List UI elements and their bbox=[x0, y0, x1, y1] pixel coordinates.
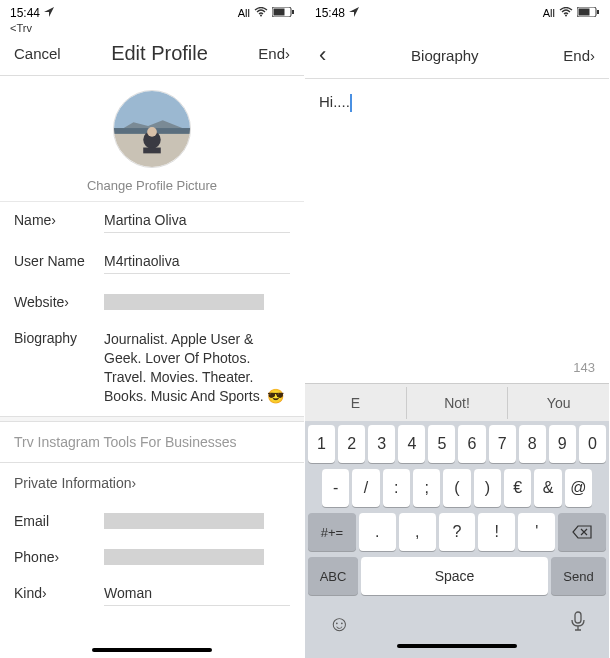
keyboard: 1 2 3 4 5 6 7 8 9 0 - / : ; ( ) € & @ #+… bbox=[305, 421, 609, 644]
emoji-icon[interactable]: ☺ bbox=[328, 611, 350, 637]
key-abc[interactable]: ABC bbox=[308, 557, 358, 595]
biography-value[interactable]: Journalist. Apple User & Geek. Lover Of … bbox=[104, 330, 290, 406]
business-tools-link[interactable]: Trv Instagram Tools For Businesses bbox=[0, 422, 304, 463]
keyboard-row-3: #+= . , ? ! ' bbox=[308, 513, 606, 551]
key-9[interactable]: 9 bbox=[549, 425, 576, 463]
svg-point-8 bbox=[147, 127, 157, 137]
key-exclaim[interactable]: ! bbox=[478, 513, 515, 551]
keyboard-suggestions: E Not! You bbox=[305, 383, 609, 421]
key-1[interactable]: 1 bbox=[308, 425, 335, 463]
email-label: Email bbox=[14, 513, 104, 529]
biography-editor-screen: 15:48 All ‹ Biography End› Hi.... 143 E … bbox=[305, 0, 610, 658]
svg-rect-13 bbox=[597, 10, 599, 14]
key-backspace[interactable] bbox=[558, 513, 606, 551]
svg-rect-2 bbox=[274, 8, 285, 15]
key-amp[interactable]: & bbox=[534, 469, 561, 507]
svg-rect-9 bbox=[143, 148, 161, 154]
keyboard-row-2: - / : ; ( ) € & @ bbox=[308, 469, 606, 507]
avatar[interactable] bbox=[113, 90, 191, 168]
key-semicolon[interactable]: ; bbox=[413, 469, 440, 507]
website-value[interactable] bbox=[104, 294, 264, 310]
battery-icon bbox=[577, 7, 599, 19]
biography-label: Biography bbox=[14, 330, 104, 346]
kind-value[interactable]: Woman bbox=[104, 585, 290, 606]
key-6[interactable]: 6 bbox=[458, 425, 485, 463]
key-dash[interactable]: - bbox=[322, 469, 349, 507]
battery-icon bbox=[272, 7, 294, 19]
status-bar: 15:48 All bbox=[305, 0, 609, 22]
keyboard-bottom-bar: ☺ bbox=[308, 601, 606, 641]
key-rparen[interactable]: ) bbox=[474, 469, 501, 507]
key-5[interactable]: 5 bbox=[428, 425, 455, 463]
name-label: Name› bbox=[14, 212, 104, 228]
location-icon bbox=[349, 6, 359, 20]
key-apostrophe[interactable]: ' bbox=[518, 513, 555, 551]
username-value[interactable]: M4rtinaoliva bbox=[104, 253, 290, 274]
key-send[interactable]: Send bbox=[551, 557, 606, 595]
key-symbols[interactable]: #+= bbox=[308, 513, 356, 551]
home-indicator-wrap bbox=[0, 640, 304, 658]
mic-icon[interactable] bbox=[570, 611, 586, 637]
status-all: All bbox=[238, 7, 250, 19]
wifi-icon bbox=[559, 7, 573, 19]
text-cursor bbox=[350, 94, 352, 112]
done-button[interactable]: End› bbox=[563, 47, 595, 64]
email-row[interactable]: Email bbox=[0, 503, 304, 539]
kind-label: Kind› bbox=[14, 585, 104, 601]
username-row[interactable]: User Name M4rtinaoliva bbox=[0, 243, 304, 284]
home-indicator[interactable] bbox=[397, 644, 517, 648]
key-period[interactable]: . bbox=[359, 513, 396, 551]
private-info-header: Private Information› bbox=[0, 463, 304, 503]
back-button[interactable]: ‹ bbox=[319, 42, 326, 68]
try-header bbox=[305, 22, 609, 34]
key-4[interactable]: 4 bbox=[398, 425, 425, 463]
done-button[interactable]: End› bbox=[258, 45, 290, 62]
svg-rect-4 bbox=[114, 91, 190, 130]
svg-rect-12 bbox=[579, 8, 590, 15]
home-indicator[interactable] bbox=[92, 648, 212, 652]
nav-bar: Cancel Edit Profile End› bbox=[0, 34, 304, 76]
key-comma[interactable]: , bbox=[399, 513, 436, 551]
key-7[interactable]: 7 bbox=[489, 425, 516, 463]
website-label: Website› bbox=[14, 294, 104, 310]
page-title: Edit Profile bbox=[111, 42, 208, 65]
key-3[interactable]: 3 bbox=[368, 425, 395, 463]
page-title: Biography bbox=[411, 47, 479, 64]
change-picture-button[interactable]: Change Profile Picture bbox=[87, 178, 217, 193]
status-time: 15:44 bbox=[10, 6, 40, 20]
key-colon[interactable]: : bbox=[383, 469, 410, 507]
key-euro[interactable]: € bbox=[504, 469, 531, 507]
char-count: 143 bbox=[573, 360, 595, 375]
suggestion-1[interactable]: E bbox=[305, 387, 407, 419]
key-8[interactable]: 8 bbox=[519, 425, 546, 463]
biography-row[interactable]: Biography Journalist. Apple User & Geek.… bbox=[0, 320, 304, 416]
name-row[interactable]: Name› Martina Oliva bbox=[0, 202, 304, 243]
edit-profile-screen: 15:44 All <Trv Cancel Edit Profile End› bbox=[0, 0, 305, 658]
username-label: User Name bbox=[14, 253, 104, 269]
suggestion-3[interactable]: You bbox=[508, 387, 609, 419]
key-2[interactable]: 2 bbox=[338, 425, 365, 463]
key-0[interactable]: 0 bbox=[579, 425, 606, 463]
name-value[interactable]: Martina Oliva bbox=[104, 212, 290, 233]
key-at[interactable]: @ bbox=[565, 469, 592, 507]
cancel-button[interactable]: Cancel bbox=[14, 45, 61, 62]
bio-text: Hi.... bbox=[319, 93, 350, 110]
kind-row[interactable]: Kind› Woman bbox=[0, 575, 304, 616]
svg-point-10 bbox=[565, 14, 567, 16]
email-value[interactable] bbox=[104, 513, 264, 529]
key-lparen[interactable]: ( bbox=[443, 469, 470, 507]
wifi-icon bbox=[254, 7, 268, 19]
key-space[interactable]: Space bbox=[361, 557, 548, 595]
website-row[interactable]: Website› bbox=[0, 284, 304, 320]
phone-row[interactable]: Phone› bbox=[0, 539, 304, 575]
svg-rect-14 bbox=[575, 612, 581, 623]
key-question[interactable]: ? bbox=[439, 513, 476, 551]
location-icon bbox=[44, 6, 54, 20]
phone-value[interactable] bbox=[104, 549, 264, 565]
suggestion-2[interactable]: Not! bbox=[407, 387, 509, 419]
status-time: 15:48 bbox=[315, 6, 345, 20]
status-all: All bbox=[543, 7, 555, 19]
svg-rect-3 bbox=[292, 10, 294, 14]
bio-textarea[interactable]: Hi.... 143 bbox=[305, 79, 609, 383]
key-slash[interactable]: / bbox=[352, 469, 379, 507]
